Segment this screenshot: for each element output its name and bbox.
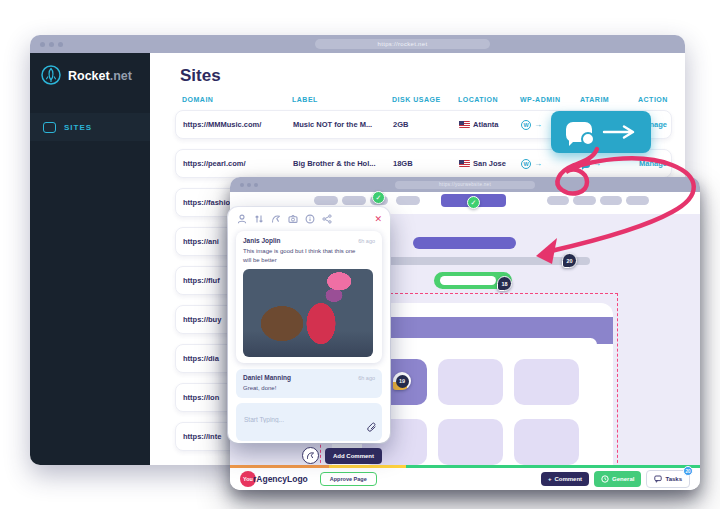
comment-text: This image is good but I think that this… — [243, 247, 361, 265]
comment-reply: Daniel Manning 6h ago Great, done! — [236, 369, 382, 398]
move-icon[interactable] — [253, 214, 264, 225]
nav-placeholder — [573, 196, 596, 205]
wordpress-icon[interactable]: W — [521, 120, 531, 130]
nav-placeholder — [626, 196, 649, 205]
col-action: ACTION — [638, 96, 677, 103]
resolved-check-icon[interactable]: ✓ — [372, 191, 385, 204]
window-control-icon[interactable] — [240, 183, 244, 187]
col-disk-usage: DISK USAGE — [392, 96, 458, 103]
atarim-chat-icon[interactable] — [581, 160, 590, 168]
window-control-icon[interactable] — [247, 183, 251, 187]
arrow-icon[interactable]: → — [534, 120, 542, 129]
comment-time: 6h ago — [358, 375, 375, 381]
sidebar-item-sites[interactable]: SITES — [30, 113, 150, 141]
col-domain: DOMAIN — [182, 96, 292, 103]
site-disk: 2GB — [393, 120, 459, 129]
comment-text: Great, done! — [243, 384, 361, 393]
grid-cell — [514, 359, 579, 405]
table-header: DOMAIN LABEL DISK USAGE LOCATION WP-ADMI… — [182, 96, 677, 103]
grid-cell — [438, 359, 503, 405]
comment-input[interactable] — [242, 415, 376, 424]
site-domain: https://pearl.com/ — [183, 159, 293, 168]
sites-icon — [43, 122, 56, 133]
comment-author: Janis Joplin — [243, 237, 281, 244]
atarim-collaborate-button[interactable] — [551, 111, 651, 153]
approval-toolbar: You rAgencyLogo Approve Page + Comment G… — [230, 465, 700, 490]
site-label: Big Brother & the Hol... — [293, 159, 393, 168]
col-wp-admin: WP-ADMIN — [520, 96, 580, 103]
tasks-button[interactable]: Tasks 20 — [646, 470, 690, 488]
brand-name: Rocket — [68, 69, 110, 83]
agency-logo-text: rAgencyLogo — [253, 474, 308, 484]
nav-placeholder — [396, 196, 420, 205]
chat-bubble-icon — [566, 122, 592, 142]
table-row: https://pearl.com/ Big Brother & the Hol… — [175, 149, 672, 178]
us-flag-icon — [459, 160, 470, 167]
nav-placeholder — [600, 196, 622, 205]
user-icon[interactable] — [236, 214, 247, 225]
attachment-paperclip-icon[interactable] — [366, 419, 377, 437]
plus-icon: + — [548, 476, 552, 482]
task-pin-in-progress[interactable]: 19 — [393, 372, 411, 390]
camera-icon[interactable] — [287, 214, 298, 225]
add-comment-button[interactable]: + Comment — [541, 472, 589, 486]
arrow-icon[interactable]: → — [534, 159, 542, 168]
nav-placeholder — [547, 196, 569, 205]
rocket-logo: Rocket.net — [30, 53, 150, 86]
popup-actions: Add Comment — [236, 447, 382, 464]
browser-titlebar: https://rocket.net — [30, 35, 685, 53]
arrow-right-icon — [602, 125, 636, 139]
tasks-count-badge: 20 — [683, 466, 693, 476]
window-control-icon[interactable] — [254, 183, 258, 187]
close-icon[interactable]: ✕ — [374, 215, 382, 224]
comment-time: 6h ago — [358, 238, 375, 244]
popup-toolbar: ✕ — [236, 213, 382, 225]
comment-attachment-image — [243, 269, 373, 357]
site-disk: 18GB — [393, 159, 459, 168]
cursor-icon[interactable] — [270, 214, 281, 225]
nav-placeholder — [314, 196, 338, 205]
col-label: LABEL — [292, 96, 392, 103]
marketing-composition: https://rocket.net Rocket.net SITES Site… — [0, 0, 720, 509]
arrow-icon[interactable]: → — [593, 159, 601, 168]
task-pin[interactable]: 18 — [497, 276, 512, 291]
col-location: LOCATION — [458, 96, 520, 103]
tasks-chat-icon — [654, 475, 662, 483]
resolved-check-icon[interactable]: ✓ — [467, 196, 480, 209]
site-location: Atlanta — [473, 120, 498, 129]
rocket-logo-icon — [40, 64, 62, 86]
site-location: San Jose — [473, 159, 506, 168]
general-tasks-button[interactable]: General — [594, 471, 641, 487]
clock-icon — [601, 475, 609, 483]
approve-page-button[interactable]: Approve Page — [320, 472, 377, 486]
headline-placeholder — [413, 237, 516, 249]
share-icon[interactable] — [321, 214, 332, 225]
info-icon[interactable] — [304, 214, 315, 225]
comment-author: Daniel Manning — [243, 374, 291, 381]
window-control-icon[interactable] — [40, 42, 45, 47]
nav-placeholder — [342, 196, 366, 205]
grid-cell — [438, 419, 503, 465]
wordpress-icon[interactable]: W — [521, 159, 531, 169]
button-placeholder — [440, 276, 496, 285]
browser-titlebar: https://yourwebsite.net — [230, 177, 700, 192]
atarim-logo-button[interactable] — [302, 447, 319, 464]
col-atarim: ATARIM — [580, 96, 638, 103]
sidebar: Rocket.net SITES — [30, 53, 150, 465]
grid-cell — [514, 419, 579, 465]
task-pin[interactable]: 20 — [562, 253, 577, 268]
comment-card: Janis Joplin 6h ago This image is good b… — [236, 231, 382, 363]
address-bar[interactable]: https://yourwebsite.net — [395, 181, 535, 189]
window-control-icon[interactable] — [49, 42, 54, 47]
atarim-comment-popup: ✕ Janis Joplin 6h ago This image is good… — [228, 207, 390, 443]
comment-input-area — [236, 403, 382, 441]
site-label: Music NOT for the M... — [293, 120, 393, 129]
window-control-icon[interactable] — [58, 42, 63, 47]
page-title: Sites — [180, 66, 685, 86]
brand-tld: .net — [110, 69, 132, 83]
site-domain: https://MMMusic.com/ — [183, 120, 293, 129]
address-bar[interactable]: https://rocket.net — [315, 39, 490, 49]
manage-link[interactable]: Manage — [639, 159, 667, 168]
add-comment-submit-button[interactable]: Add Comment — [325, 448, 382, 464]
us-flag-icon — [459, 121, 470, 128]
